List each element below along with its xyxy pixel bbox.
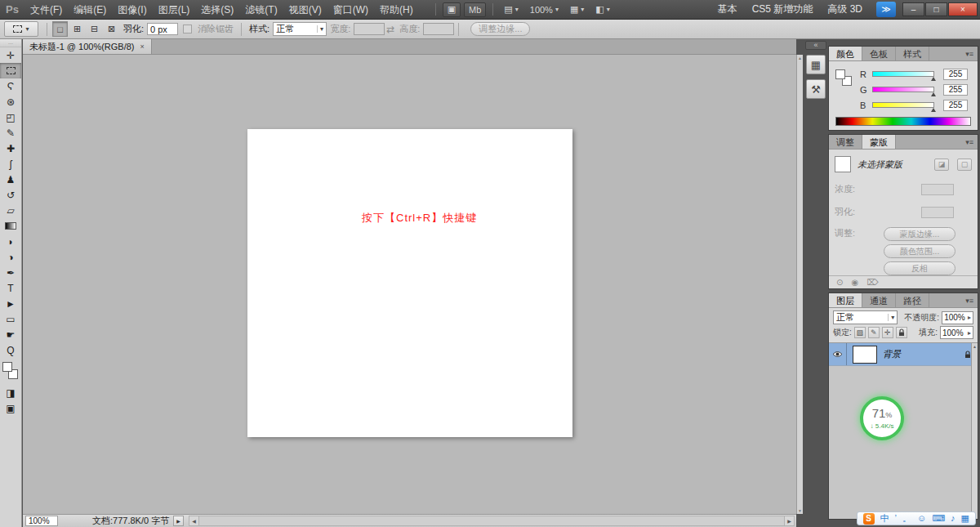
screen-mode-toggle[interactable]: ▣ — [0, 400, 21, 416]
channel-r-slider[interactable] — [872, 71, 934, 77]
shape-tool[interactable]: ▭ — [0, 311, 21, 327]
panel-menu-icon[interactable]: ▾≡ — [961, 135, 978, 149]
intersect-selection-mode-button[interactable]: ⊠ — [104, 21, 119, 37]
channel-r-slider-handle[interactable] — [931, 77, 936, 81]
channel-b-value[interactable]: 255 — [943, 100, 968, 111]
scroll-down-icon[interactable]: ▼ — [798, 507, 802, 514]
mini-bridge-button[interactable]: Mb — [464, 2, 486, 17]
blend-mode-select[interactable]: 正常 ▾ — [833, 310, 898, 324]
menu-file[interactable]: 文件(F) — [24, 0, 68, 20]
histogram-panel-icon[interactable]: ▦ — [806, 55, 826, 74]
document-canvas[interactable]: 按下【Ctrl+R】快捷键 — [247, 129, 572, 437]
crop-tool[interactable]: ◰ — [0, 109, 21, 125]
tab-swatches[interactable]: 色板 — [862, 47, 896, 60]
width-input[interactable] — [354, 23, 385, 35]
arrange-documents-button[interactable]: ▦▾ — [566, 2, 588, 17]
channel-g-slider-handle[interactable] — [931, 92, 936, 96]
type-tool[interactable]: T — [0, 280, 21, 296]
panel-menu-icon[interactable]: ▾≡ — [961, 293, 978, 307]
toolbar-grip[interactable]: ... — [0, 39, 21, 47]
punctuation-icon[interactable]: ’ — [895, 512, 897, 525]
healing-brush-tool[interactable]: ✚ — [0, 141, 21, 156]
add-vector-mask-button[interactable]: ▢ — [957, 159, 972, 171]
lock-position-icon[interactable]: ✛ — [882, 327, 893, 338]
menu-select[interactable]: 选择(S) — [195, 0, 239, 20]
eraser-tool[interactable]: ▱ — [0, 203, 21, 218]
dodge-tool[interactable]: ◑ — [0, 249, 21, 265]
scroll-right-icon[interactable]: ▶ — [784, 516, 795, 526]
new-selection-mode-button[interactable]: □ — [52, 21, 68, 37]
channel-g-value[interactable]: 255 — [943, 84, 968, 96]
tab-close-icon[interactable]: × — [140, 42, 145, 51]
hand-tool[interactable]: ☛ — [0, 327, 21, 342]
delete-mask-icon[interactable]: ⌦ — [866, 278, 878, 287]
layer-row-background[interactable]: 背景 — [829, 343, 978, 366]
antialias-checkbox[interactable] — [183, 25, 192, 33]
tab-styles[interactable]: 样式 — [896, 47, 929, 60]
tab-adjustments[interactable]: 调整 — [829, 135, 862, 149]
load-selection-icon[interactable]: ⊙ — [836, 278, 843, 287]
workspace-cs5-new[interactable]: CS5 新增功能 — [745, 2, 821, 16]
download-progress-badge[interactable]: 71% ↓ 5.4K/s — [860, 396, 904, 440]
maximize-button[interactable]: □ — [925, 2, 947, 16]
workspace-basic[interactable]: 基本 — [710, 2, 745, 16]
horizontal-scrollbar[interactable]: ◀ ▶ — [189, 516, 795, 527]
quick-mask-button[interactable]: ◨ — [0, 385, 21, 400]
add-pixel-mask-button[interactable]: ◪ — [934, 159, 949, 171]
tab-color[interactable]: 颜色 — [829, 47, 862, 60]
scroll-up-icon[interactable]: ▲ — [973, 344, 977, 349]
horizontal-scroll-track[interactable] — [199, 516, 784, 526]
invert-button[interactable]: 反相 — [884, 261, 956, 275]
opacity-value-box[interactable]: 100% ▸ — [942, 311, 973, 324]
feather-value-box[interactable] — [921, 207, 954, 218]
scroll-up-icon[interactable]: ▲ — [798, 55, 802, 61]
keyboard-icon[interactable]: ⌨ — [932, 512, 945, 525]
menu-layer[interactable]: 图层(L) — [153, 0, 196, 20]
move-tool[interactable]: ✛ — [0, 47, 21, 63]
expand-panels-button[interactable]: « — [805, 41, 826, 50]
tab-channels[interactable]: 通道 — [862, 293, 896, 307]
launch-bridge-button[interactable]: ▣ — [443, 2, 461, 17]
menu-filter[interactable]: 滤镜(T) — [239, 0, 283, 20]
tab-paths[interactable]: 路径 — [896, 293, 929, 307]
height-input[interactable] — [423, 23, 454, 35]
layers-scrollbar[interactable]: ▲ — [971, 343, 978, 519]
channel-r-value[interactable]: 255 — [943, 69, 968, 80]
quick-selection-tool[interactable]: ⊛ — [0, 94, 21, 109]
menu-edit[interactable]: 编辑(E) — [68, 0, 112, 20]
swap-dimensions-icon[interactable]: ⇄ — [386, 24, 394, 35]
workspace-overflow-button[interactable]: ≫ — [876, 2, 896, 17]
blur-tool[interactable]: ◗ — [0, 234, 21, 249]
fill-value-box[interactable]: 100% ▸ — [940, 326, 973, 339]
panel-menu-icon[interactable]: ▾≡ — [961, 47, 978, 60]
menu-help[interactable]: 帮助(H) — [374, 0, 419, 20]
channel-b-slider[interactable] — [872, 102, 934, 108]
path-selection-tool[interactable]: ► — [0, 296, 21, 311]
canvas-viewport[interactable]: 按下【Ctrl+R】快捷键 — [23, 55, 796, 514]
color-range-button[interactable]: 颜色范围... — [884, 244, 956, 258]
foreground-color-swatch[interactable] — [835, 69, 845, 79]
minimize-button[interactable]: – — [902, 2, 924, 16]
clone-stamp-tool[interactable]: ♟ — [0, 172, 21, 187]
tool-presets-panel-icon[interactable]: ⚒ — [806, 79, 826, 99]
mask-edge-button[interactable]: 蒙版边缘... — [884, 227, 956, 241]
density-value-box[interactable] — [921, 184, 954, 195]
fullwidth-period-icon[interactable]: 。 — [902, 512, 911, 525]
emoji-icon[interactable]: ☺ — [917, 512, 926, 525]
lock-all-icon[interactable] — [896, 327, 907, 338]
tab-masks[interactable]: 蒙版 — [862, 135, 896, 149]
lock-pixels-icon[interactable]: ✎ — [868, 327, 880, 338]
history-brush-tool[interactable]: ↺ — [0, 187, 21, 203]
document-tab[interactable]: 未标题-1 @ 100%(RGB/8) × — [23, 39, 152, 54]
close-button[interactable]: × — [948, 2, 978, 16]
layer-visibility-toggle[interactable] — [829, 343, 847, 365]
zoom-tool[interactable]: Q — [0, 342, 21, 358]
status-flyout-button[interactable]: ▶ — [173, 516, 184, 526]
zoom-level-control[interactable]: 100%▾ — [526, 2, 563, 17]
sogou-logo-icon[interactable]: S — [863, 513, 875, 525]
brush-tool[interactable]: ʃ — [0, 156, 21, 172]
eyedropper-tool[interactable]: ✎ — [0, 125, 21, 141]
menu-view[interactable]: 视图(V) — [283, 0, 327, 20]
apply-mask-icon[interactable]: ◉ — [851, 278, 858, 287]
workspace-advanced-3d[interactable]: 高级 3D — [820, 2, 870, 16]
